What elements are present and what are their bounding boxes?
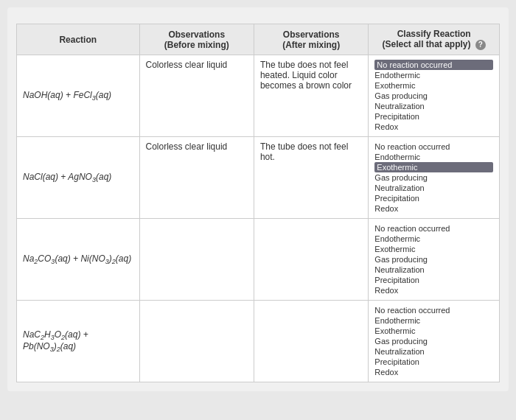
obs-after-cell [254,219,368,301]
table-row: NaC2H3O2(aq) + Pb(NO3)2(aq)No reaction o… [17,301,500,382]
reactions-table: Reaction Observations(Before mixing) Obs… [16,24,500,382]
classify-option[interactable]: Exothermic [374,326,493,336]
col-header-before: Observations(Before mixing) [139,24,254,55]
classify-option[interactable]: Endothermic [374,70,493,80]
classify-option[interactable]: Neutralization [374,346,493,357]
reaction-cell: NaC2H3O2(aq) + Pb(NO3)2(aq) [17,301,140,382]
classify-option[interactable]: No reaction occurred [374,305,493,315]
page-container: Reaction Observations(Before mixing) Obs… [7,7,509,391]
classify-list: No reaction occurredEndothermicExothermi… [374,223,493,295]
obs-after-cell: The tube does not feel hot. [254,137,368,219]
classify-list: No reaction occurredEndothermicExothermi… [374,141,493,214]
obs-after-cell [254,301,368,382]
classify-option[interactable]: Gas producing [374,336,493,346]
classify-cell: No reaction occurredEndothermicExothermi… [369,219,500,301]
table-row: NaOH(aq) + FeCl3(aq)Colorless clear liqu… [17,55,500,137]
classify-option[interactable]: Precipitation [374,111,493,122]
reaction-cell: NaCl(aq) + AgNO3(aq) [17,137,140,219]
obs-before-cell [139,219,254,301]
obs-before-cell: Colorless clear liquid [139,55,254,137]
classify-option[interactable]: Precipitation [374,193,493,203]
classify-cell: No reaction occurredEndothermicExothermi… [369,55,500,137]
classify-option[interactable]: Exothermic [374,80,493,91]
table-row: NaCl(aq) + AgNO3(aq)Colorless clear liqu… [17,137,500,219]
classify-cell: No reaction occurredEndothermicExothermi… [369,301,500,382]
classify-option[interactable]: Gas producing [374,172,493,183]
obs-after-cell: The tube does not feel heated. Liquid co… [254,55,368,137]
classify-option[interactable]: Endothermic [374,315,493,326]
reaction-cell: Na2CO3(aq) + Ni(NO3)2(aq) [17,219,140,301]
classify-option[interactable]: Exothermic [374,244,493,254]
classify-list: No reaction occurredEndothermicExothermi… [374,305,493,377]
classify-option[interactable]: Redox [374,203,493,214]
classify-option[interactable]: No reaction occurred [374,60,493,70]
classify-option[interactable]: Neutralization [374,101,493,111]
classify-cell: No reaction occurredEndothermicExothermi… [369,137,500,219]
classify-option[interactable]: Redox [374,367,493,377]
col-header-reaction: Reaction [17,24,140,55]
table-row: Na2CO3(aq) + Ni(NO3)2(aq)No reaction occ… [17,219,500,301]
classify-option[interactable]: Redox [374,122,493,132]
classify-option[interactable]: Gas producing [374,254,493,265]
classify-option[interactable]: Endothermic [374,234,493,244]
classify-option[interactable]: Gas producing [374,91,493,101]
help-icon[interactable]: ? [475,40,486,50]
classify-option[interactable]: No reaction occurred [374,223,493,234]
classify-option[interactable]: Endothermic [374,152,493,162]
classify-option[interactable]: Exothermic [374,162,493,172]
classify-option[interactable]: Redox [374,285,493,295]
col-header-classify: Classify Reaction(Select all that apply)… [369,24,500,55]
col-header-after: Observations(After mixing) [254,24,368,55]
classify-option[interactable]: Neutralization [374,183,493,193]
classify-option[interactable]: Precipitation [374,357,493,367]
obs-before-cell: Colorless clear liquid [139,137,254,219]
classify-option[interactable]: Precipitation [374,275,493,285]
classify-option[interactable]: Neutralization [374,265,493,275]
classify-option[interactable]: No reaction occurred [374,141,493,152]
reaction-cell: NaOH(aq) + FeCl3(aq) [17,55,140,137]
obs-before-cell [139,301,254,382]
classify-list: No reaction occurredEndothermicExothermi… [374,60,493,132]
